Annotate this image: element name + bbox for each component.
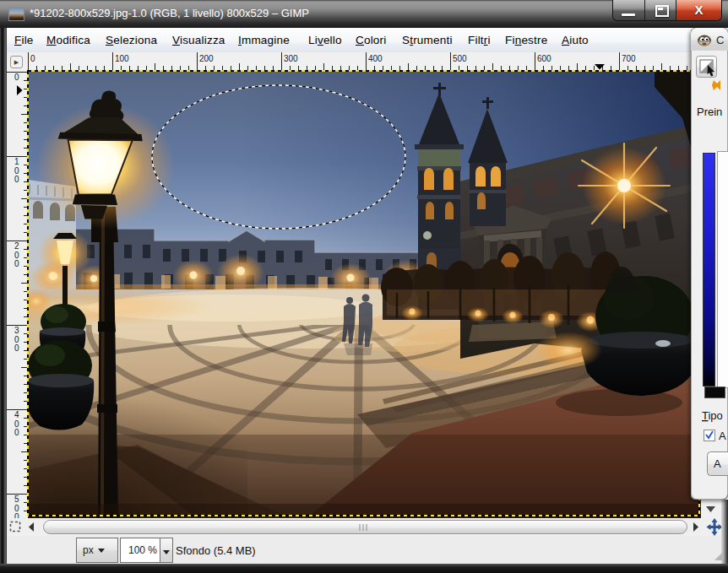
- svg-text:100: 100: [115, 54, 129, 63]
- svg-text:Tipo: Tipo: [702, 409, 723, 422]
- svg-text:2: 2: [14, 241, 19, 251]
- svg-text:0: 0: [14, 175, 19, 184]
- svg-text:0: 0: [14, 251, 19, 260]
- svg-text:0: 0: [14, 504, 19, 513]
- svg-text:0: 0: [14, 259, 19, 268]
- svg-text:C: C: [716, 34, 724, 46]
- svg-text:500: 500: [453, 54, 467, 63]
- svg-text:0: 0: [14, 343, 19, 353]
- svg-text:0: 0: [14, 419, 19, 429]
- svg-text:400: 400: [368, 54, 383, 63]
- svg-text:200: 200: [199, 54, 214, 63]
- svg-text:A: A: [719, 430, 726, 442]
- svg-text:700: 700: [622, 54, 636, 63]
- svg-text:5: 5: [14, 495, 19, 504]
- svg-text:Prein: Prein: [697, 105, 722, 118]
- svg-text:0: 0: [14, 512, 19, 518]
- svg-text:A: A: [714, 457, 721, 470]
- svg-text:0: 0: [14, 73, 19, 82]
- svg-text:3: 3: [14, 326, 19, 335]
- svg-text:0: 0: [14, 428, 19, 437]
- svg-text:1: 1: [14, 157, 19, 166]
- svg-text:600: 600: [537, 54, 551, 63]
- svg-text:4: 4: [14, 410, 19, 419]
- svg-text:0: 0: [14, 335, 19, 344]
- svg-text:0: 0: [14, 166, 19, 176]
- svg-text:300: 300: [284, 54, 298, 63]
- svg-text:0: 0: [30, 54, 35, 63]
